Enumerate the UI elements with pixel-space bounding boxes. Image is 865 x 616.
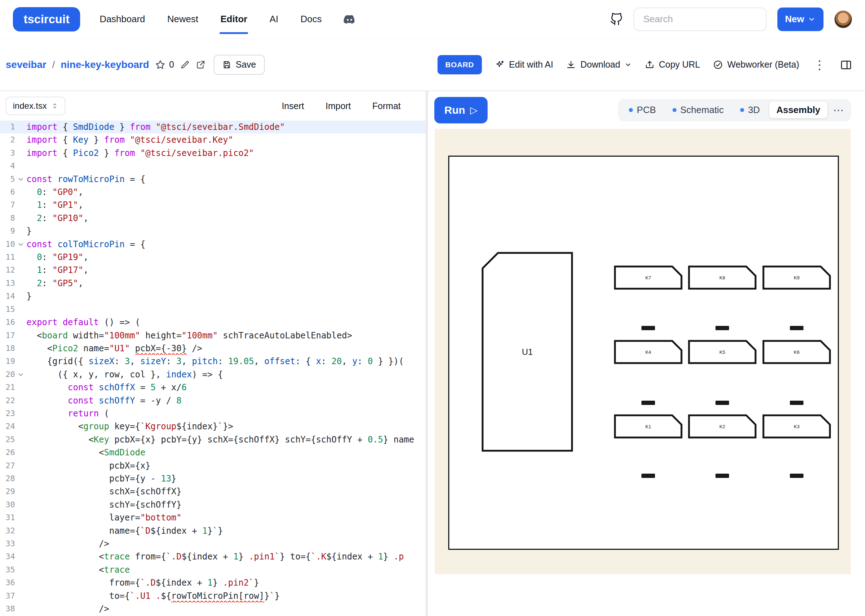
code-line[interactable]: 35 <trace: [0, 563, 426, 576]
breadcrumb-owner[interactable]: seveibar: [6, 59, 47, 71]
gutter-spacer: [15, 446, 27, 459]
fold-toggle-icon[interactable]: [15, 238, 27, 251]
code-line[interactable]: 34 <trace from={`.D${index + 1} .pin1`} …: [0, 550, 426, 563]
code-line[interactable]: 14}: [0, 290, 426, 303]
code-line[interactable]: 31 layer="bottom": [0, 511, 426, 524]
code-line[interactable]: 28 pcbY={y - 13}: [0, 472, 426, 485]
file-tab[interactable]: index.tsx: [6, 97, 66, 115]
panel-layout-icon[interactable]: [840, 59, 852, 71]
gutter-spacer: [15, 602, 27, 615]
code-line[interactable]: 30 schY={schOffY}: [0, 498, 426, 511]
code-line[interactable]: 22 const schOffY = -y / 8: [0, 394, 426, 407]
fold-toggle-icon[interactable]: [15, 173, 27, 185]
code-line[interactable]: 25 <Key pcbX={x} pcbY={y} schX={schOffX}…: [0, 433, 426, 446]
board-badge[interactable]: BOARD: [438, 55, 482, 74]
code-line[interactable]: 13 2: "GP5",: [0, 277, 426, 290]
code-line[interactable]: 20 ({ x, y, row, col }, index) => {: [0, 368, 426, 381]
assembly-board-outline: U1 K7 K8 K9 K4 K5: [448, 156, 839, 550]
run-button-label: Run: [444, 104, 465, 116]
import-button[interactable]: Import: [325, 101, 351, 111]
webworker-button[interactable]: Webworker (Beta): [713, 60, 799, 70]
component-key-k1: K1: [615, 415, 681, 437]
code-line[interactable]: 29 schX={schOffX}: [0, 485, 426, 498]
code-line[interactable]: 4: [0, 160, 426, 173]
code-line[interactable]: 1import { SmdDiode } from "@tsci/seveiba…: [0, 121, 426, 134]
code-line[interactable]: 5const rowToMicroPin = {: [0, 173, 426, 185]
copy-url-button[interactable]: Copy URL: [645, 60, 700, 70]
open-external-icon[interactable]: [196, 60, 206, 70]
code-line[interactable]: 38 />: [0, 602, 426, 615]
code-line[interactable]: 16export default () => (: [0, 316, 426, 329]
code-line[interactable]: 2import { Key } from "@tsci/seveibar.Key…: [0, 134, 426, 146]
github-icon[interactable]: [610, 13, 623, 26]
code-line-text: to={`.U1 .${rowToMicroPin[row]}`}: [27, 589, 426, 602]
view-tabs-overflow[interactable]: ⋯: [830, 101, 848, 119]
gutter-spacer: [15, 563, 27, 576]
code-line-text: import { SmdDiode } from "@tsci/seveibar…: [27, 121, 426, 134]
component-key-k4: K4: [615, 341, 681, 363]
download-button[interactable]: Download: [566, 60, 631, 70]
code-line[interactable]: 33 />: [0, 537, 426, 550]
breadcrumb-project[interactable]: nine-key-keyboard: [60, 59, 149, 71]
code-line[interactable]: 23 return (: [0, 407, 426, 420]
nav-dashboard[interactable]: Dashboard: [99, 4, 146, 34]
code-line[interactable]: 12 1: "GP17",: [0, 264, 426, 277]
run-button[interactable]: Run ▷: [434, 97, 488, 123]
code-line-text: [27, 303, 426, 316]
discord-icon[interactable]: [343, 13, 356, 26]
code-line[interactable]: 32 name={`D${index + 1}`}: [0, 525, 426, 537]
code-line[interactable]: 37 to={`.U1 .${rowToMicroPin[row]}`}: [0, 589, 426, 602]
star-icon[interactable]: [155, 60, 166, 70]
code-line[interactable]: 15: [0, 303, 426, 316]
code-line-text: export default () => (: [27, 316, 426, 329]
save-button[interactable]: Save: [214, 55, 265, 75]
edit-with-ai-button[interactable]: Edit with AI: [495, 60, 553, 70]
code-line[interactable]: 27 pcbX={x}: [0, 459, 426, 472]
nav-ai[interactable]: AI: [268, 4, 279, 34]
tab-pcb[interactable]: PCB: [622, 102, 663, 118]
tscircuit-logo[interactable]: tscircuit: [13, 7, 80, 31]
tab-3d-label: 3D: [748, 104, 760, 116]
preview-panel: Run ▷ PCB Schematic 3D Assembly ⋯: [428, 91, 865, 616]
code-line[interactable]: 8 2: "GP10",: [0, 212, 426, 225]
chevron-down-icon: [808, 16, 816, 23]
avatar[interactable]: [834, 10, 852, 28]
search-input[interactable]: [634, 8, 767, 31]
tab-3d[interactable]: 3D: [733, 102, 767, 118]
format-button[interactable]: Format: [372, 101, 401, 111]
code-line-text: <trace: [27, 563, 426, 576]
line-number: 17: [0, 329, 15, 342]
gutter-spacer: [15, 394, 27, 407]
code-line[interactable]: 11 0: "GP19",: [0, 251, 426, 264]
key-label: K3: [794, 424, 799, 429]
code-line[interactable]: 19 {grid({ sizeX: 3, sizeY: 3, pitch: 19…: [0, 355, 426, 368]
code-line[interactable]: 6 0: "GP0",: [0, 185, 426, 198]
component-diode: [641, 326, 655, 330]
editor-header: index.tsx Insert Import Format: [0, 91, 426, 121]
code-line[interactable]: 10const colToMicroPin = {: [0, 238, 426, 251]
code-line-text: pcbY={y - 13}: [27, 472, 426, 485]
code-line[interactable]: 18 <Pico2 name="U1" pcbX={-30} />: [0, 342, 426, 355]
code-line-text: <SmdDiode: [27, 446, 426, 459]
code-line[interactable]: 9}: [0, 225, 426, 237]
nav-editor[interactable]: Editor: [220, 4, 248, 34]
code-line[interactable]: 24 <group key={`Kgroup${index}`}>: [0, 420, 426, 433]
code-line[interactable]: 21 const schOffX = 5 + x/6: [0, 381, 426, 394]
tab-assembly[interactable]: Assembly: [769, 102, 827, 118]
kebab-menu-icon[interactable]: ⋮: [812, 58, 827, 72]
edit-pencil-icon[interactable]: [180, 60, 190, 70]
fold-toggle-icon[interactable]: [15, 368, 27, 381]
nav-newest[interactable]: Newest: [167, 4, 199, 34]
line-number: 21: [0, 381, 15, 394]
insert-button[interactable]: Insert: [281, 101, 304, 111]
tab-schematic[interactable]: Schematic: [666, 102, 731, 118]
code-line[interactable]: 3import { Pico2 } from "@tsci/seveibar.p…: [0, 147, 426, 160]
code-area[interactable]: 1import { SmdDiode } from "@tsci/seveiba…: [0, 121, 426, 616]
new-button[interactable]: New: [777, 8, 824, 31]
code-line[interactable]: 36 from={`.D${index + 1} .pin2`}: [0, 576, 426, 589]
assembly-canvas[interactable]: U1 K7 K8 K9 K4 K5: [435, 129, 851, 574]
code-line[interactable]: 26 <SmdDiode: [0, 446, 426, 459]
code-line[interactable]: 17 <board width="100mm" height="100mm" s…: [0, 329, 426, 342]
nav-docs[interactable]: Docs: [300, 4, 322, 34]
code-line[interactable]: 7 1: "GP1",: [0, 198, 426, 211]
